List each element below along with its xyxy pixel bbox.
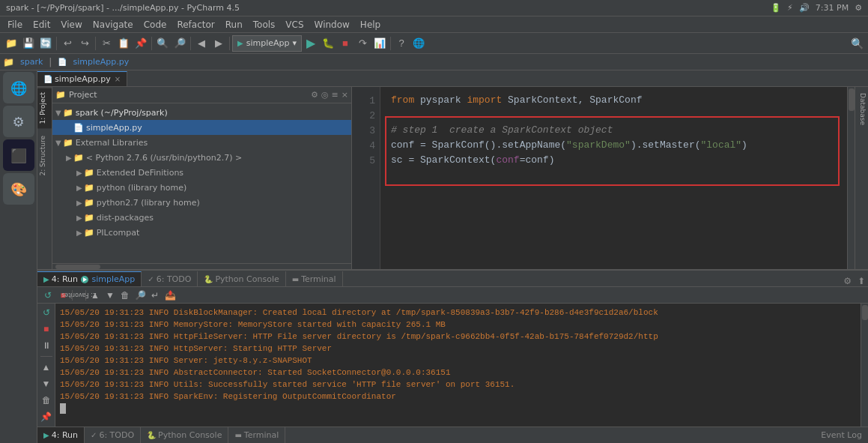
open-project-btn[interactable]: 📁 xyxy=(3,35,19,52)
debug-btn[interactable]: 🐛 xyxy=(320,35,336,52)
path-simpleapp[interactable]: simpleApp.py xyxy=(73,57,129,67)
menu-code[interactable]: Code xyxy=(139,18,172,31)
side-scroll-up-btn[interactable]: ▲ xyxy=(39,360,54,375)
line-num-2: 2 xyxy=(352,108,380,123)
bottom-panel-settings[interactable]: ⚙ xyxy=(840,276,855,286)
tree-file-simpleapp: 📄 xyxy=(73,123,84,133)
tree-collapse-icon[interactable]: ≡ xyxy=(332,90,339,100)
btn-scroll-down[interactable]: ▼ xyxy=(103,289,118,302)
menu-edit[interactable]: Edit xyxy=(28,18,55,31)
help-btn[interactable]: ? xyxy=(393,35,410,52)
side-pause-btn[interactable]: ⏸ xyxy=(39,338,54,353)
tree-item-extdefs[interactable]: ▶ 📁 Extended DeFinitions xyxy=(52,165,351,180)
btn-wrap[interactable]: ↵ xyxy=(148,289,163,302)
side-clear-btn[interactable]: 🗑 xyxy=(39,393,54,408)
dock-terminal-icon[interactable]: ⬛ xyxy=(3,139,34,171)
vtab-structure[interactable]: 2: Structure xyxy=(37,131,52,181)
path-spark[interactable]: spark xyxy=(20,57,43,67)
bottom-vscrollbar[interactable] xyxy=(861,304,868,427)
menu-file[interactable]: File xyxy=(3,18,27,31)
tree-item-python-home[interactable]: ▶ 📁 python (library home) xyxy=(52,180,351,195)
tree-item-dist-packages[interactable]: ▶ 📁 dist-packages xyxy=(52,210,351,225)
bottom-panel-expand[interactable]: ⬆ xyxy=(855,276,868,286)
side-scroll-dn-btn[interactable]: ▼ xyxy=(39,376,54,391)
undo-btn[interactable]: ↩ xyxy=(59,35,76,52)
tab-close-icon[interactable]: × xyxy=(115,75,121,83)
tree-item-simpleapp[interactable]: 📄 simpleApp.py xyxy=(52,120,351,135)
path-file-icon: 📄 xyxy=(58,58,67,66)
tree-arrow-python-home: ▶ xyxy=(76,184,82,192)
code-line-1: from pyspark import SparkContext, SparkC… xyxy=(391,93,837,108)
copy-btn[interactable]: 📋 xyxy=(115,35,132,52)
status-tab-terminal[interactable]: ▬ Terminal xyxy=(228,427,285,444)
window-title: spark - [~/PyProj/spark] - .../simpleApp… xyxy=(6,3,240,13)
tree-cog-icon[interactable]: ⚙ xyxy=(311,90,318,100)
console-output[interactable]: 15/05/20 19:31:23 INFO DiskBlockManager:… xyxy=(55,304,861,427)
find-btn[interactable]: 🔍 xyxy=(154,35,171,52)
tree-item-python276[interactable]: ▶ 📁 < Python 2.7.6 (/usr/bin/python2.7) … xyxy=(52,150,351,165)
redo-btn[interactable]: ↪ xyxy=(76,35,93,52)
status-tab-todo[interactable]: ✓ 6: TODO xyxy=(85,427,141,444)
tree-folder-python27-home: 📁 xyxy=(84,198,94,208)
bottom-tab-todo[interactable]: ✓ 6: TODO xyxy=(142,271,198,286)
database-tab[interactable]: Database xyxy=(855,87,868,131)
nav-fwd-btn[interactable]: ▶ xyxy=(210,35,227,52)
side-pin-btn[interactable]: 📌 xyxy=(39,409,54,424)
dock-paint-icon[interactable]: 🎨 xyxy=(3,173,34,205)
menu-help[interactable]: Help xyxy=(356,18,385,31)
btn-export[interactable]: 📤 xyxy=(163,289,177,302)
menu-tools[interactable]: Tools xyxy=(249,18,280,31)
editor-vscrollbar[interactable] xyxy=(847,87,855,269)
dock-browser-icon[interactable]: 🌐 xyxy=(3,72,34,103)
tree-locate-icon[interactable]: ◎ xyxy=(321,90,329,100)
console-line-2: 15/05/20 19:31:23 INFO MemoryStore: Memo… xyxy=(60,319,856,331)
bottom-tab-terminal[interactable]: ▬ Terminal xyxy=(286,271,343,286)
tree-close-icon[interactable]: × xyxy=(342,90,348,100)
tree-folder-extdefs: 📁 xyxy=(84,168,94,178)
run-btn[interactable]: ▶ xyxy=(303,35,319,52)
tree-item-spark[interactable]: ▼ 📁 spark (~/PyProj/spark) xyxy=(52,105,351,120)
code-area[interactable]: from pyspark import SparkContext, SparkC… xyxy=(380,87,847,269)
menu-refactor[interactable]: Refactor xyxy=(172,18,219,31)
bottom-panel: ▶ 4: Run simpleApp ✓ 6: TODO 🐍 Python Co… xyxy=(37,269,868,427)
sync-btn[interactable]: 🔄 xyxy=(37,35,54,52)
editor-tab-active[interactable]: 📄 simpleApp.py × xyxy=(37,71,127,86)
external-btn[interactable]: 🌐 xyxy=(410,35,427,52)
menu-run[interactable]: Run xyxy=(221,18,247,31)
tree-item-python27-home[interactable]: ▶ 📁 python2.7 (library home) xyxy=(52,195,351,210)
side-stop-btn[interactable]: ■ xyxy=(39,322,54,337)
menu-window[interactable]: Window xyxy=(310,18,354,31)
tree-folder-extlibs: 📁 xyxy=(63,138,73,148)
vtab-project[interactable]: 1: Project xyxy=(37,87,52,128)
event-log-btn[interactable]: Event Log xyxy=(815,430,868,440)
menu-vcs[interactable]: VCS xyxy=(281,18,308,31)
bottom-tab-run[interactable]: ▶ 4: Run simpleApp xyxy=(37,271,142,286)
step-over-btn[interactable]: ↷ xyxy=(354,35,371,52)
find-next-btn[interactable]: 🔎 xyxy=(172,35,188,52)
line-num-4: 4 xyxy=(352,138,380,153)
menu-view[interactable]: View xyxy=(56,18,86,31)
bottom-tab-python-console[interactable]: 🐍 Python Console xyxy=(198,271,285,286)
tree-item-extlibs[interactable]: ▼ 📁 External Libraries xyxy=(52,135,351,150)
btn-clear[interactable]: 🗑 xyxy=(118,289,133,302)
code-line-2 xyxy=(391,108,837,123)
nav-back-btn[interactable]: ◀ xyxy=(193,35,210,52)
status-tab-run[interactable]: ▶ 4: Run xyxy=(37,427,85,444)
dock-settings-icon[interactable]: ⚙ xyxy=(3,106,34,137)
side-rerun-btn[interactable]: ↺ xyxy=(39,305,54,320)
tree-item-pilcompat[interactable]: ▶ 📁 PILcompat xyxy=(52,225,351,240)
cut-btn[interactable]: ✂ xyxy=(98,35,115,52)
menu-bar: File Edit View Navigate Code Refactor Ru… xyxy=(0,16,868,33)
btn-rerun[interactable]: ↺ xyxy=(40,289,55,302)
save-btn[interactable]: 💾 xyxy=(20,35,37,52)
tree-hscrollbar[interactable] xyxy=(52,263,351,269)
console-line-3: 15/05/20 19:31:23 INFO HttpFileServer: H… xyxy=(60,331,856,343)
paste-btn[interactable]: 📌 xyxy=(133,35,149,52)
stop-btn[interactable]: ■ xyxy=(337,35,353,52)
btn-filter[interactable]: 🔎 xyxy=(133,289,148,302)
global-search-btn[interactable]: 🔍 xyxy=(849,35,865,52)
menu-navigate[interactable]: Navigate xyxy=(88,18,138,31)
run-config-dropdown[interactable]: ▶ simpleApp ▾ xyxy=(232,35,302,52)
coverage-btn[interactable]: 📊 xyxy=(371,35,388,52)
status-tab-python-console[interactable]: 🐍 Python Console xyxy=(141,427,228,444)
